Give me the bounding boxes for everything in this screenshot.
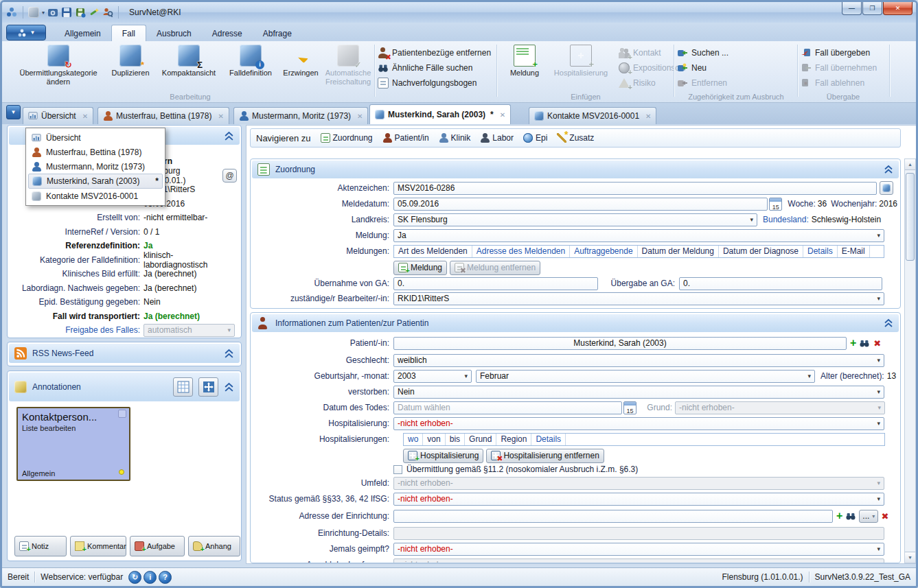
column-header[interactable]: Datum der Meldung xyxy=(638,246,719,257)
geimpft-select[interactable]: -nicht erhoben-▾ xyxy=(393,543,884,556)
menu-item-musterfrau[interactable]: Musterfrau, Bettina (1978) xyxy=(28,145,163,159)
geschlecht-select[interactable]: weiblich▾ xyxy=(393,354,884,367)
search-patient-icon[interactable] xyxy=(859,338,870,349)
erzwingen-button[interactable]: Erzwingen xyxy=(279,45,322,78)
scrollbar-thumb[interactable] xyxy=(906,173,915,261)
save-icon[interactable] xyxy=(61,7,72,18)
validate-icon[interactable] xyxy=(89,7,100,18)
meldedatum-input[interactable]: 05.09.2016 xyxy=(393,198,768,211)
menu-item-mustermann[interactable]: Mustermann, Moritz (1973) xyxy=(28,159,163,174)
notiz-button[interactable]: + Notiz xyxy=(14,536,67,556)
ribbon-tab-allgemein[interactable]: Allgemein xyxy=(54,25,111,41)
add-einrichtung-icon[interactable]: + xyxy=(836,510,842,521)
vertical-scrollbar[interactable]: ▲ ▼ xyxy=(904,158,916,563)
fit-view-button[interactable] xyxy=(198,377,218,397)
column-header[interactable]: Art des Meldenden xyxy=(394,246,472,257)
collapse-chevron-icon[interactable] xyxy=(884,318,893,328)
nav-link-zuordnung[interactable]: Zuordnung xyxy=(321,133,373,143)
kompaktansicht-button[interactable]: Σ Kompaktansicht xyxy=(156,45,222,78)
save-all-icon[interactable] xyxy=(75,7,86,18)
aktenzeichen-input[interactable]: MSV2016-0286 xyxy=(393,182,877,195)
nosokomial-checkbox[interactable] xyxy=(393,465,402,474)
column-header[interactable]: E-Mail xyxy=(838,246,870,257)
hospitalisierung-add-button[interactable]: + Hospitalisierung xyxy=(403,449,483,463)
application-menu-button[interactable]: ▼ xyxy=(6,25,46,40)
meldung-add-button[interactable]: + Meldung xyxy=(393,261,447,275)
add-patient-icon[interactable]: + xyxy=(850,338,856,349)
duplizieren-button[interactable]: * Duplizieren xyxy=(106,45,154,78)
ausbruch-neu-button[interactable]: Neu xyxy=(677,61,707,74)
nav-link-zusatz[interactable]: Zusatz xyxy=(557,133,594,143)
collapse-chevron-icon[interactable] xyxy=(224,349,234,359)
ribbon-tab-abfrage[interactable]: Abfrage xyxy=(253,25,302,41)
minimize-button[interactable]: — xyxy=(842,2,862,15)
user-search-icon[interactable] xyxy=(102,7,113,18)
tab-close-icon[interactable]: ✕ xyxy=(82,113,88,120)
nav-link-epi[interactable]: Epi xyxy=(523,133,547,143)
note-body[interactable]: Liste bearbeiten xyxy=(22,424,125,432)
rss-header[interactable]: RSS News-Feed xyxy=(9,344,240,363)
collapse-chevron-icon[interactable] xyxy=(224,382,234,392)
patient-name-field[interactable]: Musterkind, Sarah (2003) xyxy=(393,337,847,350)
tab-list-dropdown-button[interactable]: ▼ xyxy=(6,105,21,119)
aktenzeichen-action-button[interactable] xyxy=(880,181,893,195)
einrichtung-adresse-input[interactable] xyxy=(393,510,833,523)
nachverfolgungsbogen-button[interactable]: Nachverfolgungsbogen xyxy=(378,76,477,89)
tab-musterfrau[interactable]: Musterfrau, Bettina (1978) ✕ xyxy=(97,107,229,124)
section-header-patient[interactable]: Informationen zum Patienten/zur Patienti… xyxy=(252,314,899,332)
tab-close-icon[interactable]: ✕ xyxy=(357,113,363,120)
patientenbezuege-entfernen-button[interactable]: ✖ Patientenbezüge entfernen xyxy=(378,46,491,59)
calendar-button[interactable]: 15 xyxy=(623,401,636,414)
grid-view-button[interactable] xyxy=(173,377,193,397)
open-record-icon[interactable] xyxy=(47,7,58,18)
ausbruch-suchen-button[interactable]: Suchen ... xyxy=(677,46,728,59)
help-button[interactable]: ? xyxy=(159,571,172,584)
menu-item-musterkind-selected[interactable]: Musterkind, Sarah (2003) * xyxy=(28,174,163,189)
calendar-button[interactable]: 15 xyxy=(769,198,782,211)
annotations-header[interactable]: Annotationen xyxy=(9,373,240,401)
column-header[interactable]: Datum der Diagnose xyxy=(719,246,803,257)
nav-link-klinik[interactable]: Klinik xyxy=(439,133,471,143)
ribbon-tab-adresse[interactable]: Adresse xyxy=(202,25,253,41)
tab-musterkind-active[interactable]: Musterkind, Sarah (2003) * ✕ xyxy=(369,104,511,124)
column-header[interactable]: Auftraggebende xyxy=(570,246,637,257)
close-button[interactable]: ✕ xyxy=(883,2,913,15)
column-header[interactable]: Grund xyxy=(465,434,496,445)
tab-close-icon[interactable]: ✕ xyxy=(218,113,223,120)
column-header[interactable]: bis xyxy=(446,434,465,445)
column-header[interactable]: Details xyxy=(803,246,838,257)
clear-patient-icon[interactable]: ✖ xyxy=(873,338,881,349)
falldefinition-button[interactable]: i Falldefinition xyxy=(223,45,278,78)
column-header[interactable]: von xyxy=(423,434,445,445)
menu-item-uebersicht[interactable]: Übersicht xyxy=(28,130,163,145)
hospitalisierung-select[interactable]: -nicht erhoben-▾ xyxy=(393,417,884,430)
tab-kontakte[interactable]: Kontakte MSV2016-0001 ✕ xyxy=(529,107,656,124)
tab-close-icon[interactable]: ✕ xyxy=(500,111,505,119)
collapse-chevron-icon[interactable] xyxy=(224,131,234,141)
annotation-note-card[interactable]: Kontaktperson... Liste bearbeiten Allgem… xyxy=(16,407,130,481)
tab-close-icon[interactable]: ✕ xyxy=(645,113,651,120)
refresh-webservice-button[interactable]: ↻ xyxy=(128,571,141,584)
section-header-zuordnung[interactable]: Zuordnung xyxy=(252,161,899,178)
tab-uebersicht[interactable]: Übersicht ✕ xyxy=(23,107,93,124)
scroll-up-button[interactable]: ▲ xyxy=(905,159,915,170)
landkreis-select[interactable]: SK Flensburg▾ xyxy=(393,213,757,226)
clear-einrichtung-icon[interactable]: ✖ xyxy=(881,511,888,521)
column-header[interactable]: Details xyxy=(531,434,566,445)
hospitalisierung-remove-button[interactable]: ✖ Hospitalisierung entfernen xyxy=(486,449,604,463)
ribbon-tab-ausbruch[interactable]: Ausbruch xyxy=(146,25,202,41)
column-header[interactable]: wo xyxy=(404,434,423,445)
column-header[interactable]: Region xyxy=(496,434,531,445)
uebergabe-ga-input[interactable]: 0. xyxy=(679,277,882,290)
collapse-chevron-icon[interactable] xyxy=(884,165,893,174)
search-einrichtung-icon[interactable] xyxy=(845,510,856,521)
aufgabe-button[interactable]: + Aufgabe xyxy=(130,536,185,556)
scroll-down-button[interactable]: ▼ xyxy=(905,552,915,563)
todesdatum-input[interactable]: Datum wählen xyxy=(393,401,622,414)
column-header[interactable]: Adresse des Meldenden xyxy=(472,246,570,257)
maximize-button[interactable]: ❐ xyxy=(862,2,882,15)
new-record-dropdown-icon[interactable]: ▾ xyxy=(42,10,45,16)
meldung-einfuegen-button[interactable]: + Meldung xyxy=(503,45,546,78)
ribbon-tab-fall[interactable]: Fall xyxy=(111,25,146,41)
kommentar-button[interactable]: + Kommentar xyxy=(70,536,126,556)
